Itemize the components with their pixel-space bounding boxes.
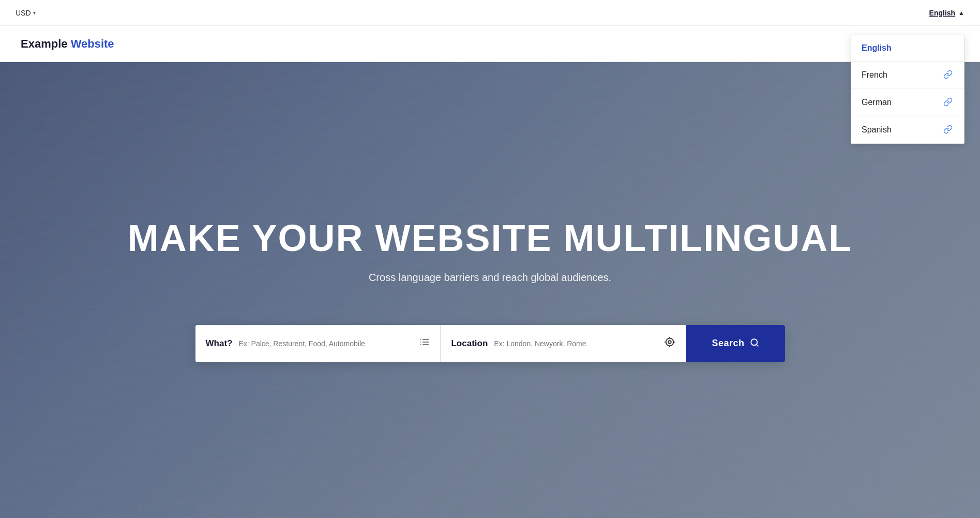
svg-point-6 — [669, 341, 672, 344]
logo-text: Example — [21, 37, 68, 50]
site-logo: Example Website — [21, 37, 114, 51]
location-field: Location — [441, 325, 686, 362]
currency-chevron-icon: ▾ — [33, 10, 36, 16]
lang-option-english-label: English — [862, 43, 892, 53]
language-dropdown: English French German — [851, 35, 964, 144]
hero-subtitle: Cross language barriers and reach global… — [128, 272, 852, 284]
hero-content: MAKE YOUR WEBSITE MULTILINGUAL Cross lan… — [117, 218, 863, 283]
site-header: Example Website HOME HOW — [0, 26, 980, 62]
link-icon-french — [943, 70, 954, 80]
lang-option-english[interactable]: English — [851, 35, 964, 62]
link-icon-spanish — [943, 125, 954, 135]
logo-highlight: Website — [71, 37, 114, 50]
search-icon — [750, 338, 759, 349]
what-label: What? — [206, 338, 233, 349]
currency-selector[interactable]: USD ▾ — [16, 9, 36, 17]
language-selector[interactable]: English ▲ English French German — [929, 9, 964, 17]
language-selected-label: English — [929, 9, 956, 17]
hero-overlay — [0, 62, 980, 518]
what-field: What? — [195, 325, 441, 362]
lang-option-french-label: French — [862, 70, 887, 80]
search-bar: What? Location — [195, 325, 785, 362]
hero-title: MAKE YOUR WEBSITE MULTILINGUAL — [128, 218, 852, 259]
currency-label: USD — [16, 9, 31, 17]
location-target-icon[interactable] — [664, 336, 675, 350]
link-icon-german — [943, 97, 954, 108]
search-button-label: Search — [712, 338, 744, 349]
hero-section: MAKE YOUR WEBSITE MULTILINGUAL Cross lan… — [0, 62, 980, 518]
lang-option-french[interactable]: French — [851, 62, 964, 89]
lang-option-german[interactable]: German — [851, 89, 964, 116]
top-bar: USD ▾ English ▲ English French German — [0, 0, 980, 26]
what-input[interactable] — [238, 339, 413, 348]
lang-option-spanish-label: Spanish — [862, 125, 892, 135]
search-button[interactable]: Search — [686, 325, 785, 362]
svg-point-7 — [666, 338, 674, 346]
list-icon[interactable] — [419, 337, 430, 350]
location-input[interactable] — [494, 339, 658, 348]
location-label: Location — [451, 338, 488, 349]
lang-option-german-label: German — [862, 98, 892, 107]
language-chevron-icon: ▲ — [958, 9, 964, 17]
lang-option-spanish[interactable]: Spanish — [851, 116, 964, 143]
svg-line-13 — [756, 344, 758, 346]
